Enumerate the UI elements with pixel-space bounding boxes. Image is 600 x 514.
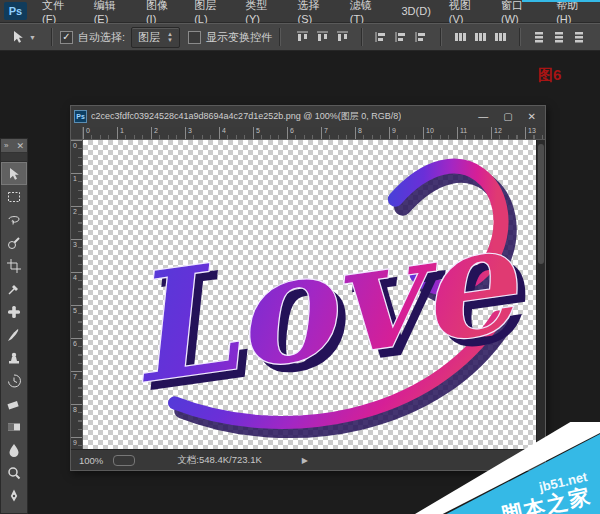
collapse-panel-icon[interactable]: » xyxy=(4,141,8,150)
align-bottom-edges-icon[interactable] xyxy=(334,29,351,46)
h-ruler-tick-label: 2 xyxy=(154,127,158,134)
distribute-horizontal-centers-icon[interactable] xyxy=(551,29,568,46)
document-window: Ps c2cec3fdfc03924528c41a9d8694a4c27d1e2… xyxy=(70,105,546,471)
love-artwork: Love Love xyxy=(83,140,536,450)
menu-item-7[interactable]: 滤镜(T) xyxy=(341,0,393,22)
maximize-button[interactable]: ▢ xyxy=(503,111,512,122)
align-vertical-centers-icon[interactable] xyxy=(314,29,331,46)
h-ruler-tick-label: 0 xyxy=(86,127,90,134)
photoshop-logo: Ps xyxy=(4,2,27,20)
auto-select-target-dropdown[interactable]: 图层 ▲▼ xyxy=(131,27,180,48)
history-brush-tool-icon[interactable] xyxy=(1,369,27,392)
menu-item-3[interactable]: 图像(I) xyxy=(137,0,185,22)
tools-panel-header: » ✕ xyxy=(1,139,27,153)
dropdown-value: 图层 xyxy=(138,30,160,45)
document-ps-icon: Ps xyxy=(74,110,87,123)
eyedropper-tool-icon[interactable] xyxy=(1,277,27,300)
ruler-corner xyxy=(71,127,83,140)
pen-tool-icon[interactable] xyxy=(1,484,27,507)
v-ruler-tick-label: 3 xyxy=(73,241,77,248)
distribute-vertical-centers-icon[interactable] xyxy=(472,29,489,46)
move-tool-icon[interactable]: ▼ xyxy=(10,29,36,45)
blur-tool-icon[interactable] xyxy=(1,438,27,461)
menu-item-10[interactable]: 窗口(W) xyxy=(492,0,547,22)
h-ruler-tick-label: 4 xyxy=(222,127,226,134)
h-ruler-tick-label: 5 xyxy=(256,127,260,134)
gradient-tool-icon[interactable] xyxy=(1,415,27,438)
distribute-bottom-edges-icon[interactable] xyxy=(492,29,509,46)
distribute-right-edges-icon[interactable] xyxy=(571,29,588,46)
crop-tool-icon[interactable] xyxy=(1,254,27,277)
show-transform-label: 显示变换控件 xyxy=(206,30,272,45)
tools-panel: » ✕ xyxy=(0,138,28,514)
vertical-ruler: 0123456789 xyxy=(71,140,83,450)
separator xyxy=(361,28,363,46)
align-left-edges-icon[interactable] xyxy=(373,29,390,46)
quick-selection-tool-icon[interactable] xyxy=(1,231,27,254)
figure-caption: 图6 xyxy=(538,66,561,85)
clone-stamp-tool-icon[interactable] xyxy=(1,346,27,369)
align-right-edges-icon[interactable] xyxy=(413,29,430,46)
canvas[interactable]: Love Love xyxy=(83,140,536,450)
auto-select-checkbox[interactable]: ✓ xyxy=(60,31,73,44)
distribute-top-edges-icon[interactable] xyxy=(452,29,469,46)
status-expand-icon[interactable]: ▶ xyxy=(302,456,308,465)
separator xyxy=(51,28,53,46)
document-title-bar[interactable]: Ps c2cec3fdfc03924528c41a9d8694a4c27d1e2… xyxy=(71,106,545,128)
document-title: c2cec3fdfc03924528c41a9d8694a4c27d1e252b… xyxy=(91,110,401,123)
lasso-tool-icon[interactable] xyxy=(1,208,27,231)
brush-tool-icon[interactable] xyxy=(1,323,27,346)
v-ruler-tick-label: 9 xyxy=(73,439,77,446)
close-button[interactable]: ✕ xyxy=(528,111,536,122)
h-ruler-tick-label: 10 xyxy=(426,127,434,134)
h-ruler-tick-label: 6 xyxy=(290,127,294,134)
v-ruler-tick-label: 6 xyxy=(73,340,77,347)
menu-item-4[interactable]: 图层(L) xyxy=(185,0,236,22)
distribute-left-edges-icon[interactable] xyxy=(531,29,548,46)
menu-item-1[interactable]: 文件(F) xyxy=(33,0,85,22)
document-size-info: 文档:548.4K/723.1K xyxy=(177,454,262,467)
minimize-button[interactable]: — xyxy=(478,111,488,122)
tools-tab-strip xyxy=(1,153,27,162)
status-scratch-icon xyxy=(113,455,135,466)
align-horizontal-centers-icon[interactable] xyxy=(393,29,410,46)
horizontal-ruler: 012345678910111213 xyxy=(83,127,545,140)
menu-item-11[interactable]: 帮助(H) xyxy=(547,0,600,22)
v-ruler-tick-label: 1 xyxy=(73,175,77,182)
v-ruler-tick-label: 0 xyxy=(73,142,77,149)
menu-item-2[interactable]: 编辑(E) xyxy=(85,0,137,22)
menu-item-9[interactable]: 视图(V) xyxy=(440,0,492,22)
h-ruler-tick-label: 13 xyxy=(528,127,536,134)
scrollbar-thumb[interactable] xyxy=(538,144,544,264)
svg-text:Love: Love xyxy=(116,188,532,417)
auto-select-label: 自动选择: xyxy=(78,30,125,45)
h-ruler-tick-label: 8 xyxy=(358,127,362,134)
v-ruler-tick-label: 2 xyxy=(73,208,77,215)
h-ruler-tick-label: 11 xyxy=(460,127,467,134)
menu-item-8[interactable]: 3D(D) xyxy=(392,0,439,22)
show-transform-checkbox[interactable] xyxy=(188,31,201,44)
h-ruler-tick-label: 9 xyxy=(392,127,396,134)
separator xyxy=(519,28,521,46)
zoom-level[interactable]: 100% xyxy=(79,455,103,466)
menu-item-6[interactable]: 选择(S) xyxy=(289,0,341,22)
v-ruler-tick-label: 7 xyxy=(73,373,77,380)
move-tool-icon[interactable] xyxy=(1,162,27,185)
close-panel-icon[interactable]: ✕ xyxy=(16,141,24,151)
h-ruler-tick-label: 1 xyxy=(120,127,124,134)
marquee-tool-icon[interactable] xyxy=(1,185,27,208)
h-ruler-tick-label: 12 xyxy=(494,127,502,134)
site-watermark: jb51.net 脚本之家 xyxy=(415,422,600,514)
top-edge-accent xyxy=(522,0,600,2)
v-ruler-tick-label: 4 xyxy=(73,274,77,281)
eraser-tool-icon[interactable] xyxy=(1,392,27,415)
vertical-scrollbar[interactable] xyxy=(536,140,545,450)
dropdown-arrows-icon: ▲▼ xyxy=(167,31,173,43)
h-ruler-tick-label: 3 xyxy=(188,127,192,134)
menu-item-5[interactable]: 类型(Y) xyxy=(236,0,288,22)
h-ruler-tick-label: 7 xyxy=(324,127,328,134)
align-top-edges-icon[interactable] xyxy=(294,29,311,46)
dodge-tool-icon[interactable] xyxy=(1,461,27,484)
separator xyxy=(279,28,281,46)
spot-healing-brush-tool-icon[interactable] xyxy=(1,300,27,323)
